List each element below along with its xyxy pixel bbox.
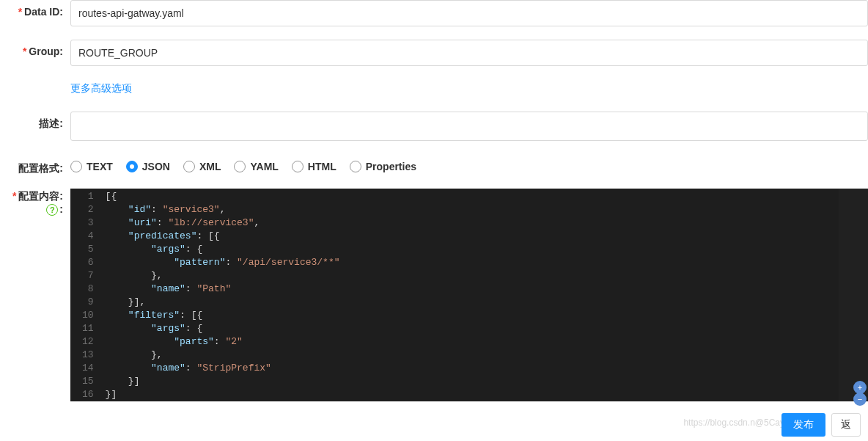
code-line[interactable]: "args": { [103, 322, 868, 335]
minimap [839, 189, 868, 401]
radio-label: Properties [366, 161, 416, 172]
radio-label: JSON [142, 161, 170, 172]
radio-icon [234, 161, 246, 172]
format-radio-text[interactable]: TEXT [70, 161, 113, 172]
radio-icon [183, 161, 195, 172]
radio-label: TEXT [87, 161, 113, 172]
help-icon[interactable]: ? [46, 204, 58, 216]
data-id-label: *Data ID: [0, 0, 70, 18]
float-minus-button[interactable]: − [853, 393, 867, 406]
description-label: 描述: [0, 112, 70, 131]
radio-icon [350, 161, 361, 172]
code-line[interactable]: "id": "service3", [103, 203, 868, 216]
code-line[interactable]: "pattern": "/api/service3/**" [103, 256, 868, 269]
radio-icon [70, 161, 82, 172]
more-options-link[interactable]: 更多高级选项 [70, 79, 132, 98]
code-line[interactable]: "args": { [103, 243, 868, 256]
data-id-input[interactable] [70, 0, 868, 26]
code-line[interactable]: [{ [103, 190, 868, 203]
code-line[interactable]: "uri": "lb://service3", [103, 216, 868, 230]
back-button[interactable]: 返 [831, 413, 861, 437]
format-label: 配置格式: [0, 156, 70, 175]
code-line[interactable]: }], [103, 296, 868, 309]
format-radio-json[interactable]: JSON [126, 161, 170, 172]
radio-icon [292, 161, 304, 172]
code-line[interactable]: }] [103, 375, 868, 388]
publish-button[interactable]: 发布 [781, 413, 825, 437]
code-line[interactable]: }, [103, 349, 868, 362]
code-line[interactable]: "predicates": [{ [103, 230, 868, 243]
code-editor[interactable]: 12345678910111213141516 [{ "id": "servic… [70, 189, 868, 401]
code-line[interactable]: "parts": "2" [103, 335, 868, 349]
code-line[interactable]: "name": "Path" [103, 283, 868, 296]
group-label: *Group: [0, 40, 70, 57]
code-line[interactable]: "name": "StripPrefix" [103, 362, 868, 375]
format-radio-html[interactable]: HTML [292, 161, 336, 172]
description-input[interactable] [70, 112, 868, 141]
code-line[interactable]: }, [103, 269, 868, 283]
group-input[interactable] [70, 40, 868, 66]
code-line[interactable]: }] [103, 388, 868, 401]
content-label: *配置内容: ?: [0, 189, 70, 216]
radio-label: HTML [308, 161, 336, 172]
format-radio-xml[interactable]: XML [183, 161, 221, 172]
radio-label: XML [199, 161, 221, 172]
code-line[interactable]: "filters": [{ [103, 309, 868, 322]
format-radio-properties[interactable]: Properties [350, 161, 416, 172]
format-radio-yaml[interactable]: YAML [234, 161, 278, 172]
radio-icon [126, 161, 138, 172]
radio-label: YAML [250, 161, 278, 172]
